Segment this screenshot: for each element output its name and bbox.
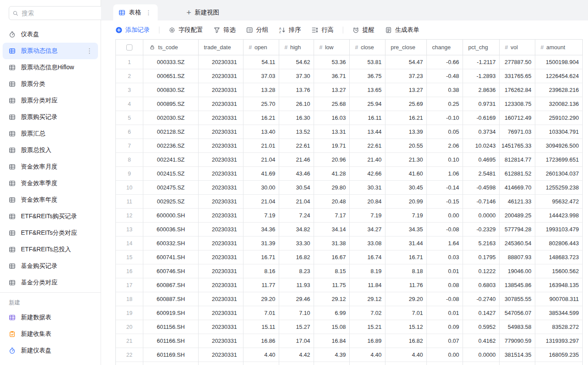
cell-change[interactable]: 0.10 [427,153,463,167]
cell-change[interactable]: -0.10 [427,111,463,125]
cell-trade_date[interactable]: 20230331 [199,125,243,139]
cell-change[interactable]: 0.09 [427,320,463,334]
cell-trade_date[interactable]: 20230331 [199,223,243,237]
cell-vol[interactable]: 54983.58 [500,320,535,334]
cell-ts_code[interactable]: 002241.SZ [143,153,199,167]
cell-high[interactable]: 13.76 [279,83,314,97]
cell-pct_chg[interactable]: 0.3734 [463,125,500,139]
column-header-ts_code[interactable]: ts_code [143,40,199,55]
cell-pre_close[interactable]: 37.23 [385,69,427,83]
cell-high[interactable]: 4.42 [279,348,314,362]
row-number[interactable]: 1 [116,55,143,69]
cell-pre_close[interactable]: 11.76 [385,278,427,292]
cell-low[interactable]: 36.71 [314,69,350,83]
cell-low[interactable]: 31.38 [314,237,350,250]
cell-close[interactable]: 29.12 [350,292,385,306]
cell-ts_code[interactable]: 002415.SZ [143,167,199,181]
cell-trade_date[interactable]: 20230331 [199,55,243,69]
column-header-change[interactable]: change [427,40,463,55]
cell-open[interactable]: 31.39 [243,237,279,250]
cell-close[interactable]: 7.02 [350,306,385,320]
tab-grid-view[interactable]: 表格 ⋮ [113,4,158,20]
cell-amount[interactable]: 163948.135 [535,278,583,292]
row-number[interactable]: 13 [116,223,143,237]
cell-change[interactable]: -0.48 [427,69,463,83]
cell-trade_date[interactable]: 20230331 [199,278,243,292]
cell-close[interactable]: 16.89 [350,334,385,348]
cell-ts_code[interactable]: 002030.SZ [143,111,199,125]
cell-pre_close[interactable]: 31.44 [385,237,427,250]
cell-low[interactable]: 41.28 [314,167,350,181]
cell-amount[interactable]: 83528.272 [535,320,583,334]
sidebar-item[interactable]: ETF&REITs购买记录 [3,208,98,225]
cell-change[interactable]: 0.01 [427,306,463,320]
sidebar-item[interactable]: 股票动态信息Hiflow [3,59,98,76]
column-header-trade_date[interactable]: trade_date [199,40,243,55]
column-header-low[interactable]: #low [314,40,350,55]
cell-close[interactable]: 13.44 [350,125,385,139]
cell-vol[interactable]: 176262.84 [500,83,535,97]
row-number[interactable]: 15 [116,250,143,264]
cell-close[interactable]: 13.65 [350,83,385,97]
cell-low[interactable]: 16.03 [314,111,350,125]
sidebar-item[interactable]: 资金效率年度 [3,192,98,208]
cell-ts_code[interactable]: 600036.SH [143,223,199,237]
cell-vol[interactable]: 547056.07 [500,306,535,320]
cell-pct_chg[interactable]: -0.6169 [463,111,500,125]
cell-trade_date[interactable]: 20230331 [199,69,243,83]
cell-close[interactable]: 21.40 [350,153,385,167]
sidebar-item[interactable]: 股票购买记录 [3,109,98,125]
row-number[interactable]: 6 [116,125,143,139]
row-number[interactable]: 16 [116,264,143,278]
sidebar-new-item[interactable]: 新建收集表 [3,326,98,342]
cell-pre_close[interactable]: 54.47 [385,55,427,69]
cell-ts_code[interactable]: 000333.SZ [143,55,199,69]
cell-low[interactable]: 16.67 [314,250,350,264]
cell-close[interactable]: 7.19 [350,209,385,223]
cell-vol[interactable]: 612881.52 [500,167,535,181]
cell-ts_code[interactable]: 600741.SH [143,250,199,264]
select-all-checkbox[interactable] [126,44,132,51]
cell-pct_chg[interactable]: 0.1427 [463,306,500,320]
group-button[interactable]: 分组 [246,26,268,34]
sidebar-new-item[interactable]: 新建仪表盘 [3,342,98,359]
cell-amount[interactable]: 802806.443 [535,237,583,250]
cell-high[interactable]: 54.62 [279,55,314,69]
cell-close[interactable]: 34.27 [350,223,385,237]
cell-vol[interactable]: 331765.65 [500,69,535,83]
cell-low[interactable]: 4.39 [314,348,350,362]
column-header-pre_close[interactable]: pre_close [385,40,427,55]
row-number[interactable]: 10 [116,181,143,195]
cell-high[interactable]: 16.30 [279,111,314,125]
cell-open[interactable]: 7.19 [243,209,279,223]
cell-pre_close[interactable]: 8.18 [385,264,427,278]
cell-amount[interactable]: 95632.472 [535,195,583,209]
cell-pct_chg[interactable]: -0.2740 [463,292,500,306]
more-icon[interactable]: ⋮ [84,47,95,55]
cell-change[interactable]: -0.08 [427,292,463,306]
cell-open[interactable]: 37.03 [243,69,279,83]
cell-trade_date[interactable]: 20230331 [199,167,243,181]
cell-pct_chg[interactable]: 0.0000 [463,348,500,362]
cell-low[interactable]: 25.68 [314,97,350,111]
cell-trade_date[interactable]: 20230331 [199,334,243,348]
cell-open[interactable]: 15.11 [243,320,279,334]
cell-high[interactable]: 22.61 [279,139,314,153]
cell-trade_date[interactable]: 20230331 [199,111,243,125]
cell-change[interactable]: 0.08 [427,278,463,292]
cell-pct_chg[interactable]: 2.8636 [463,83,500,97]
cell-vol[interactable]: 577794.28 [500,223,535,237]
cell-vol[interactable]: 381514.35 [500,348,535,362]
cell-close[interactable]: 22.61 [350,139,385,153]
cell-vol[interactable]: 46121.33 [500,195,535,209]
cell-high[interactable]: 34.82 [279,223,314,237]
cell-pre_close[interactable]: 30.45 [385,181,427,195]
cell-pct_chg[interactable]: 0.1222 [463,264,500,278]
cell-low[interactable]: 16.84 [314,334,350,348]
cell-pct_chg[interactable]: -0.4598 [463,181,500,195]
cell-high[interactable]: 15.27 [279,320,314,334]
new-view-button[interactable]: + 新建视图 [186,4,219,20]
column-header-close[interactable]: #close [350,40,385,55]
row-number[interactable]: 20 [116,320,143,334]
cell-change[interactable]: 0.38 [427,83,463,97]
